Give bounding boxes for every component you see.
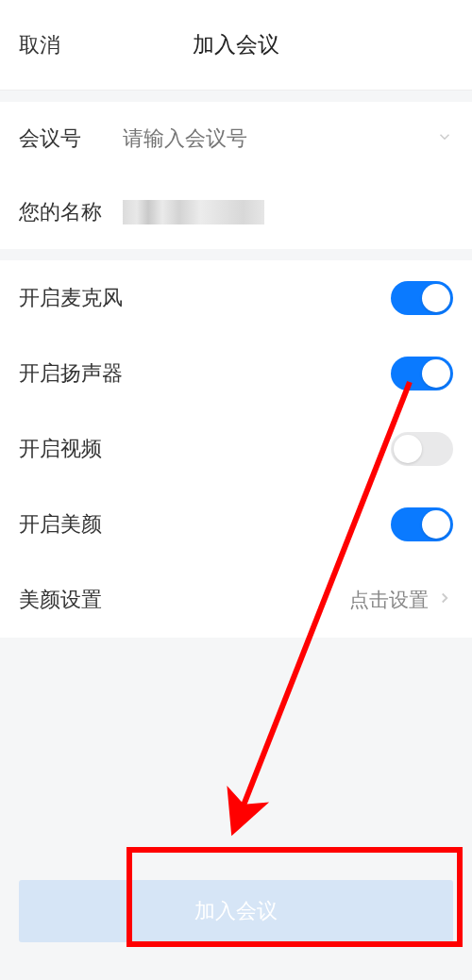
chevron-right-icon (436, 590, 453, 610)
video-toggle[interactable] (391, 432, 453, 466)
your-name-label: 您的名称 (19, 198, 123, 226)
header: 取消 加入会议 (0, 0, 472, 91)
speaker-toggle[interactable] (391, 357, 453, 390)
meeting-id-input[interactable] (123, 126, 436, 151)
join-meeting-button[interactable]: 加入会议 (19, 880, 453, 942)
video-label: 开启视频 (19, 435, 102, 463)
chevron-down-icon[interactable] (436, 128, 453, 149)
options-section: 开启麦克风 开启扬声器 开启视频 开启美颜 美颜设置 点击设置 (0, 260, 472, 638)
beauty-label: 开启美颜 (19, 510, 102, 539)
meeting-id-row[interactable]: 会议号 (0, 102, 472, 175)
cancel-button[interactable]: 取消 (19, 31, 60, 59)
speaker-label: 开启扬声器 (19, 359, 123, 388)
meeting-info-section: 会议号 您的名称 (0, 102, 472, 249)
your-name-row[interactable]: 您的名称 (0, 175, 472, 249)
meeting-id-label: 会议号 (19, 125, 123, 153)
beauty-settings-row[interactable]: 美颜设置 点击设置 (0, 562, 472, 638)
beauty-row: 开启美颜 (0, 487, 472, 562)
page-title: 加入会议 (0, 30, 472, 59)
beauty-settings-value: 点击设置 (349, 587, 429, 613)
microphone-toggle[interactable] (391, 281, 453, 315)
beauty-toggle[interactable] (391, 507, 453, 541)
your-name-value-blurred (123, 200, 264, 224)
beauty-settings-label: 美颜设置 (19, 586, 102, 614)
bottom-area: 加入会议 (0, 880, 472, 980)
microphone-label: 开启麦克风 (19, 284, 123, 312)
speaker-row: 开启扬声器 (0, 336, 472, 411)
microphone-row: 开启麦克风 (0, 260, 472, 336)
video-row: 开启视频 (0, 411, 472, 487)
